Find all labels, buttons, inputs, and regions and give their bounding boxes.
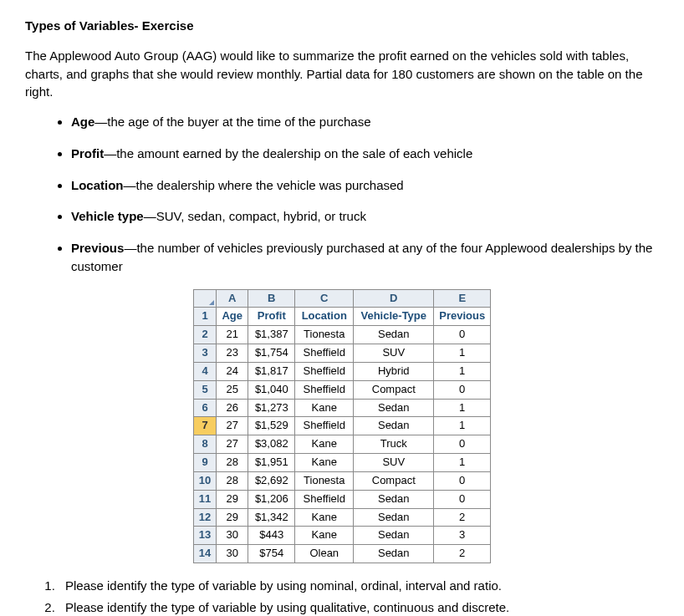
cell-profit[interactable]: $1,206 bbox=[248, 490, 295, 508]
cell-profit[interactable]: $1,387 bbox=[248, 326, 295, 344]
row-number[interactable]: 4 bbox=[193, 362, 216, 380]
cell-age[interactable]: 26 bbox=[217, 399, 248, 417]
col-letter[interactable]: C bbox=[295, 289, 354, 308]
select-all-corner[interactable] bbox=[193, 289, 216, 308]
cell-profit[interactable]: $2,692 bbox=[248, 471, 295, 490]
definition-item: Previous—the number of vehicles previous… bbox=[71, 239, 659, 276]
cell-profit[interactable]: $1,817 bbox=[248, 362, 295, 380]
cell-profit[interactable]: $1,754 bbox=[248, 344, 295, 363]
cell-location[interactable]: Tionesta bbox=[295, 326, 354, 344]
cell-previous[interactable]: 0 bbox=[434, 435, 491, 454]
cell-age[interactable]: 27 bbox=[217, 417, 248, 435]
cell-previous[interactable]: 0 bbox=[434, 326, 491, 344]
cell-profit[interactable]: $1,951 bbox=[248, 454, 295, 472]
cell-vehicle-type[interactable]: Sedan bbox=[354, 508, 434, 527]
table-row: 1028$2,692TionestaCompact0 bbox=[193, 471, 490, 490]
col-letter[interactable]: A bbox=[217, 289, 248, 308]
cell-vehicle-type[interactable]: Truck bbox=[354, 435, 434, 454]
cell-vehicle-type[interactable]: Compact bbox=[354, 471, 434, 490]
header-cell[interactable]: Profit bbox=[248, 308, 295, 326]
cell-profit[interactable]: $1,529 bbox=[248, 417, 295, 435]
table-row: 221$1,387TionestaSedan0 bbox=[193, 326, 490, 344]
cell-location[interactable]: Tionesta bbox=[295, 471, 354, 490]
cell-profit[interactable]: $443 bbox=[248, 527, 295, 545]
cell-previous[interactable]: 1 bbox=[434, 399, 491, 417]
header-cell[interactable]: Location bbox=[295, 308, 354, 326]
cell-previous[interactable]: 1 bbox=[434, 454, 491, 472]
row-number[interactable]: 11 bbox=[193, 490, 216, 508]
cell-previous[interactable]: 1 bbox=[434, 344, 491, 363]
row-number[interactable]: 2 bbox=[193, 326, 216, 344]
row-number[interactable]: 13 bbox=[193, 527, 216, 545]
cell-age[interactable]: 29 bbox=[217, 490, 248, 508]
cell-profit[interactable]: $754 bbox=[248, 545, 295, 563]
cell-location[interactable]: Kane bbox=[295, 454, 354, 472]
cell-location[interactable]: Sheffield bbox=[295, 417, 354, 435]
cell-location[interactable]: Kane bbox=[295, 399, 354, 417]
cell-age[interactable]: 28 bbox=[217, 454, 248, 472]
cell-age[interactable]: 25 bbox=[217, 380, 248, 399]
cell-location[interactable]: Kane bbox=[295, 508, 354, 527]
cell-vehicle-type[interactable]: SUV bbox=[354, 454, 434, 472]
cell-previous[interactable]: 0 bbox=[434, 471, 491, 490]
cell-location[interactable]: Kane bbox=[295, 527, 354, 545]
cell-age[interactable]: 21 bbox=[217, 326, 248, 344]
cell-age[interactable]: 27 bbox=[217, 435, 248, 454]
cell-location[interactable]: Sheffield bbox=[295, 344, 354, 363]
row-number[interactable]: 5 bbox=[193, 380, 216, 399]
table-row: 424$1,817SheffieldHybrid1 bbox=[193, 362, 490, 380]
cell-profit[interactable]: $1,342 bbox=[248, 508, 295, 527]
cell-previous[interactable]: 1 bbox=[434, 417, 491, 435]
cell-age[interactable]: 23 bbox=[217, 344, 248, 363]
definition-item: Vehicle type—SUV, sedan, compact, hybrid… bbox=[71, 207, 659, 226]
header-cell[interactable]: Previous bbox=[434, 308, 491, 326]
cell-vehicle-type[interactable]: Sedan bbox=[354, 326, 434, 344]
row-number[interactable]: 3 bbox=[193, 344, 216, 363]
cell-previous[interactable]: 0 bbox=[434, 490, 491, 508]
row-number[interactable]: 9 bbox=[193, 454, 216, 472]
cell-age[interactable]: 28 bbox=[217, 471, 248, 490]
cell-previous[interactable]: 2 bbox=[434, 508, 491, 527]
row-number[interactable]: 12 bbox=[193, 508, 216, 527]
row-number[interactable]: 6 bbox=[193, 399, 216, 417]
cell-vehicle-type[interactable]: SUV bbox=[354, 344, 434, 363]
cell-vehicle-type[interactable]: Sedan bbox=[354, 545, 434, 563]
col-letter[interactable]: B bbox=[248, 289, 295, 308]
def-term: Location bbox=[71, 178, 124, 192]
cell-previous[interactable]: 1 bbox=[434, 362, 491, 380]
def-desc: —the dealership where the vehicle was pu… bbox=[124, 178, 404, 192]
row-number[interactable]: 14 bbox=[193, 545, 216, 563]
row-number[interactable]: 7 bbox=[193, 417, 216, 435]
cell-vehicle-type[interactable]: Sedan bbox=[354, 399, 434, 417]
row-number[interactable]: 10 bbox=[193, 471, 216, 490]
col-letter[interactable]: E bbox=[434, 289, 491, 308]
cell-profit[interactable]: $1,273 bbox=[248, 399, 295, 417]
cell-location[interactable]: Olean bbox=[295, 545, 354, 563]
header-cell[interactable]: Vehicle-Type bbox=[354, 308, 434, 326]
cell-age[interactable]: 24 bbox=[217, 362, 248, 380]
cell-previous[interactable]: 3 bbox=[434, 527, 491, 545]
table-row: 1330$443KaneSedan3 bbox=[193, 527, 490, 545]
cell-vehicle-type[interactable]: Sedan bbox=[354, 527, 434, 545]
header-cell[interactable]: Age bbox=[217, 308, 248, 326]
col-letter[interactable]: D bbox=[354, 289, 434, 308]
cell-profit[interactable]: $3,082 bbox=[248, 435, 295, 454]
cell-vehicle-type[interactable]: Hybrid bbox=[354, 362, 434, 380]
question-item: Please identify the type of variable by … bbox=[59, 577, 659, 595]
cell-location[interactable]: Kane bbox=[295, 435, 354, 454]
cell-age[interactable]: 29 bbox=[217, 508, 248, 527]
cell-previous[interactable]: 0 bbox=[434, 380, 491, 399]
cell-profit[interactable]: $1,040 bbox=[248, 380, 295, 399]
cell-age[interactable]: 30 bbox=[217, 545, 248, 563]
cell-location[interactable]: Sheffield bbox=[295, 362, 354, 380]
cell-vehicle-type[interactable]: Compact bbox=[354, 380, 434, 399]
cell-vehicle-type[interactable]: Sedan bbox=[354, 490, 434, 508]
definition-item: Age—the age of the buyer at the time of … bbox=[71, 113, 659, 131]
cell-age[interactable]: 30 bbox=[217, 527, 248, 545]
row-number[interactable]: 8 bbox=[193, 435, 216, 454]
row-number[interactable]: 1 bbox=[193, 308, 216, 326]
cell-previous[interactable]: 2 bbox=[434, 545, 491, 563]
cell-location[interactable]: Sheffield bbox=[295, 380, 354, 399]
cell-vehicle-type[interactable]: Sedan bbox=[354, 417, 434, 435]
cell-location[interactable]: Sheffield bbox=[295, 490, 354, 508]
